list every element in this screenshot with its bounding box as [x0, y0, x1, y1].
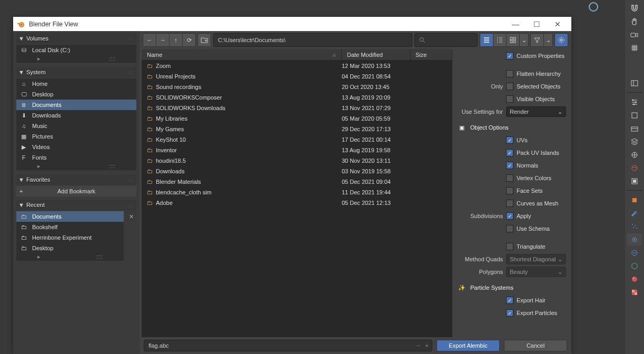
- file-row[interactable]: 🗀Blender Materials05 Dec 2021 09:04: [142, 176, 452, 187]
- world-icon[interactable]: [627, 162, 642, 174]
- file-row[interactable]: 🗀Inventor13 Aug 2019 19:58: [142, 145, 452, 155]
- add-bookmark-button[interactable]: +Add Bookmark: [16, 186, 136, 196]
- file-row[interactable]: 🗀My Games29 Dec 2020 17:13: [142, 124, 452, 134]
- up-button[interactable]: ↑: [169, 33, 183, 47]
- tool-icon[interactable]: [627, 109, 642, 121]
- file-dialog: Blender File View — ☐ ✕ ▼Volumes:::: ⛁Lo…: [13, 17, 571, 354]
- hand-icon[interactable]: [627, 15, 642, 27]
- sidebar-item-fonts[interactable]: FFonts: [16, 152, 136, 163]
- polygons-dropdown[interactable]: Beauty⌄: [506, 267, 566, 277]
- object-icon[interactable]: [627, 194, 642, 206]
- wrench-icon[interactable]: [627, 207, 642, 219]
- favorites-header[interactable]: ▼Favorites::::: [16, 174, 136, 185]
- filename-input[interactable]: flag.abc−+: [144, 340, 432, 351]
- path-input[interactable]: C:\Users\lectr\Documents\: [213, 33, 412, 47]
- uvs-checkbox[interactable]: ✓: [506, 136, 513, 144]
- filter-dropdown-icon[interactable]: ⌄: [543, 33, 553, 47]
- file-row[interactable]: 🗀houdini18.530 Nov 2020 13:11: [142, 155, 452, 166]
- visible-objects-checkbox[interactable]: [506, 95, 513, 103]
- pack-uv-checkbox[interactable]: ✓: [506, 149, 513, 156]
- maximize-button[interactable]: ☐: [526, 20, 547, 28]
- column-name[interactable]: Name▵: [142, 49, 342, 60]
- file-row[interactable]: 🗀Downloads03 Nov 2019 15:58: [142, 166, 452, 176]
- recent-header[interactable]: ▼Recent::::: [16, 200, 136, 210]
- method-quads-dropdown[interactable]: Shortest Diagonal⌄: [506, 254, 566, 264]
- system-header[interactable]: ▼System::::: [16, 67, 136, 77]
- filter-button[interactable]: [530, 33, 544, 47]
- view-list-button[interactable]: [480, 33, 493, 47]
- recent-item[interactable]: 🗀Documents: [16, 211, 124, 222]
- refresh-button[interactable]: ⟳: [182, 33, 196, 47]
- file-row[interactable]: 🗀My Libraries05 Mar 2020 05:59: [142, 113, 452, 124]
- physics-icon[interactable]: [627, 233, 642, 245]
- svg-rect-30: [510, 41, 512, 43]
- search-input[interactable]: [414, 33, 478, 47]
- particle-header[interactable]: ✨Particle Systems: [458, 282, 566, 293]
- sidebar-item-music[interactable]: ♫Music: [16, 121, 136, 131]
- sidebar-item-downloads[interactable]: ⬇Downloads: [16, 110, 136, 121]
- apply-checkbox[interactable]: ✓: [506, 212, 513, 220]
- face-sets-checkbox[interactable]: [506, 187, 513, 194]
- selected-objects-checkbox[interactable]: [506, 83, 513, 90]
- use-settings-dropdown[interactable]: Render⌄: [506, 106, 566, 117]
- settings-button[interactable]: [554, 33, 568, 47]
- sliders-icon[interactable]: [627, 96, 642, 108]
- cancel-button[interactable]: Cancel: [504, 340, 567, 351]
- export-particles-checkbox[interactable]: ✓: [506, 309, 513, 317]
- sidebar-item-documents[interactable]: 🗎Documents: [16, 100, 136, 110]
- particles-icon[interactable]: [627, 220, 642, 232]
- file-row[interactable]: 🗀KeyShot 1017 Dec 2021 00:14: [142, 134, 452, 145]
- rect-icon[interactable]: [627, 175, 642, 187]
- file-row[interactable]: 🗀blendcache_cloth sim11 Dec 2021 19:44: [142, 187, 452, 198]
- increment-button[interactable]: +: [425, 342, 429, 349]
- close-button[interactable]: ✕: [547, 20, 568, 28]
- file-row[interactable]: 🗀Unreal Projects04 Dec 2021 08:54: [142, 71, 452, 82]
- triangulate-checkbox[interactable]: [506, 243, 513, 250]
- decrement-button[interactable]: −: [417, 342, 420, 349]
- grid-icon[interactable]: [627, 42, 642, 54]
- file-row[interactable]: 🗀Adobe05 Dec 2021 12:13: [142, 198, 452, 208]
- sidebar-item-desktop[interactable]: 🖵Desktop: [16, 89, 136, 100]
- volumes-header[interactable]: ▼Volumes::::: [16, 33, 136, 44]
- column-size[interactable]: Size: [410, 49, 452, 60]
- texture-icon[interactable]: [627, 286, 642, 298]
- volume-item[interactable]: ⛁Local Disk (C:): [16, 45, 136, 55]
- minimize-button[interactable]: —: [505, 20, 526, 28]
- layers-icon[interactable]: [627, 135, 642, 148]
- data-icon[interactable]: [627, 260, 642, 272]
- export-button[interactable]: Export Alembic: [437, 340, 500, 351]
- new-folder-button[interactable]: [197, 33, 211, 47]
- output-icon[interactable]: [627, 122, 642, 134]
- scene-icon[interactable]: [627, 149, 642, 161]
- remove-recent-button[interactable]: ✕: [126, 211, 136, 222]
- object-options-header[interactable]: ▣Object Options: [458, 122, 566, 133]
- magnet-icon[interactable]: [627, 2, 642, 14]
- options-icon[interactable]: [627, 77, 642, 89]
- camera-icon[interactable]: [627, 28, 642, 41]
- sidebar-item-pictures[interactable]: ▦Pictures: [16, 131, 136, 142]
- use-schema-checkbox[interactable]: [506, 225, 513, 232]
- view-detail-button[interactable]: [493, 33, 507, 47]
- recent-item[interactable]: 🗀Bookshelf: [16, 222, 124, 232]
- file-row[interactable]: 🗀SOLIDWORKSComposer13 Aug 2019 20:09: [142, 92, 452, 103]
- material-icon[interactable]: [627, 273, 642, 285]
- vertex-colors-checkbox[interactable]: [506, 174, 513, 182]
- export-hair-checkbox[interactable]: ✓: [506, 297, 513, 304]
- column-date[interactable]: Date Modified: [342, 49, 410, 60]
- normals-checkbox[interactable]: ✓: [506, 162, 513, 169]
- view-thumb-button[interactable]: [506, 33, 520, 47]
- recent-item[interactable]: 🗀Herrinbone Experiment: [16, 232, 124, 243]
- curves-mesh-checkbox[interactable]: [506, 200, 513, 207]
- flatten-hierarchy-checkbox[interactable]: [506, 70, 513, 77]
- view-dropdown-icon[interactable]: ⌄: [519, 33, 529, 47]
- constraint-icon[interactable]: [627, 247, 642, 259]
- file-row[interactable]: 🗀SOLIDWORKS Downloads13 Nov 2021 07:29: [142, 103, 452, 113]
- file-row[interactable]: 🗀Sound recordings20 Oct 2020 13:45: [142, 82, 452, 92]
- forward-button[interactable]: →: [156, 33, 170, 47]
- sidebar-item-home[interactable]: ⌂Home: [16, 78, 136, 89]
- recent-item[interactable]: 🗀Desktop: [16, 243, 124, 253]
- sidebar-item-videos[interactable]: ▶Videos: [16, 142, 136, 152]
- file-row[interactable]: 🗀Zoom12 Mar 2020 13:53: [142, 61, 452, 71]
- back-button[interactable]: ←: [143, 33, 156, 47]
- custom-properties-checkbox[interactable]: ✓: [506, 52, 513, 60]
